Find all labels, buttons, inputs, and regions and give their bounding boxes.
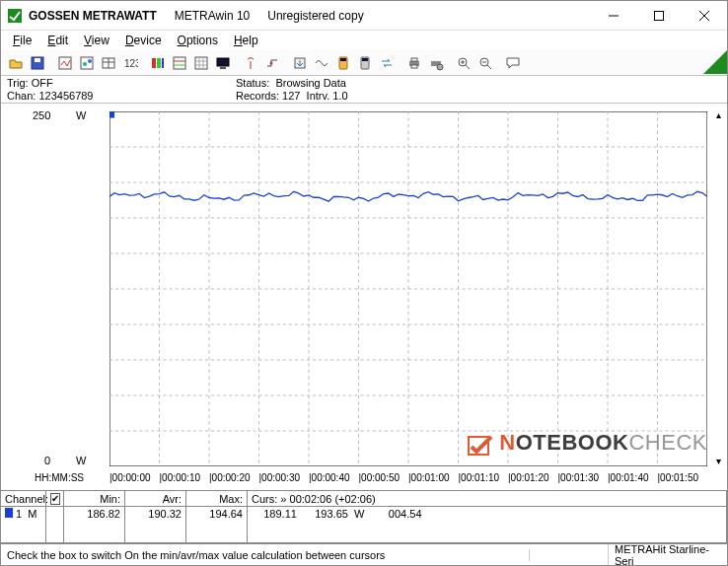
svg-rect-21 bbox=[195, 57, 207, 69]
x-axis: HH:MM:SS |00:00:00|00:00:10|00:00:20|00:… bbox=[35, 472, 707, 486]
transfer-icon[interactable] bbox=[376, 52, 398, 74]
svg-rect-27 bbox=[220, 67, 226, 69]
view-yt-icon[interactable] bbox=[54, 52, 76, 74]
channel-panel: Channel: ✔ Min: Avr: Max: Curs: » 00:02:… bbox=[1, 490, 727, 543]
svg-rect-15 bbox=[152, 58, 156, 68]
y-axis-min: 0 bbox=[44, 455, 50, 466]
scroll-down-icon[interactable]: ▾ bbox=[711, 456, 725, 466]
row-min: 186.82 bbox=[64, 507, 125, 542]
status-label: Status: bbox=[236, 77, 269, 89]
row-ch: 1 M bbox=[1, 507, 46, 542]
row-ch-letter: M bbox=[28, 508, 36, 520]
menu-device[interactable]: Device bbox=[117, 33, 170, 48]
antenna-icon[interactable] bbox=[240, 52, 261, 74]
grid-icon[interactable] bbox=[190, 52, 212, 74]
memory-read-icon[interactable] bbox=[289, 52, 311, 74]
chart-area[interactable]: 250 W 0 W ▴ ▾ HH:MM:SS |00:00:00|00:00:1… bbox=[1, 104, 727, 490]
svg-rect-16 bbox=[157, 58, 161, 68]
records-label: Records: bbox=[236, 90, 279, 102]
svg-line-40 bbox=[466, 65, 470, 69]
hdr-min: Min: bbox=[64, 491, 125, 506]
save-icon[interactable] bbox=[27, 52, 48, 74]
print-setup-icon[interactable] bbox=[425, 52, 447, 74]
hdr-channel: Channel: bbox=[1, 491, 46, 506]
svg-text:123: 123 bbox=[124, 58, 138, 69]
comment-icon[interactable] bbox=[502, 52, 524, 74]
maximize-button[interactable] bbox=[636, 1, 682, 31]
x-tick: |00:01:10 bbox=[459, 472, 509, 486]
zoom-out-icon[interactable] bbox=[474, 52, 496, 74]
wave-icon[interactable] bbox=[311, 52, 332, 74]
y-axis-max: 250 bbox=[33, 109, 50, 121]
menu-file[interactable]: File bbox=[5, 33, 39, 48]
svg-rect-33 bbox=[362, 58, 368, 61]
menu-edit[interactable]: Edit bbox=[39, 33, 76, 48]
x-tick: |00:00:20 bbox=[209, 472, 259, 486]
row-ch-num: 1 bbox=[16, 508, 22, 520]
app-icon bbox=[7, 8, 23, 24]
x-tick: |00:01:00 bbox=[408, 472, 459, 486]
numeric-icon[interactable]: 123 bbox=[119, 52, 141, 74]
svg-rect-6 bbox=[35, 58, 40, 62]
svg-rect-47 bbox=[109, 111, 114, 118]
x-tick: |00:00:10 bbox=[160, 472, 210, 486]
open-icon[interactable] bbox=[5, 52, 27, 74]
device-icon[interactable] bbox=[332, 52, 354, 74]
print-icon[interactable] bbox=[403, 52, 425, 74]
svg-rect-36 bbox=[411, 65, 417, 68]
channel-row[interactable]: 1 M 186.82 190.32 194.64 189.11 193.65 W… bbox=[1, 507, 727, 542]
view-data-icon[interactable] bbox=[98, 52, 119, 74]
toolbar: 123 bbox=[1, 50, 727, 76]
hdr-check[interactable]: ✔ bbox=[46, 491, 64, 506]
hdr-curs: Curs: » 00:02:06 (+02:06) bbox=[248, 491, 727, 506]
titlebar: GOSSEN METRAWATT METRAwin 10 Unregistere… bbox=[1, 1, 727, 31]
monitor-icon[interactable] bbox=[212, 52, 234, 74]
svg-point-38 bbox=[437, 64, 443, 70]
svg-rect-35 bbox=[411, 58, 417, 61]
statusbar: Check the box to switch On the min/avr/m… bbox=[1, 543, 727, 565]
toolbar-corner-icon bbox=[703, 50, 727, 74]
trigger-icon[interactable] bbox=[261, 52, 283, 74]
svg-rect-8 bbox=[81, 57, 93, 69]
title-company: GOSSEN METRAWATT bbox=[29, 9, 157, 23]
status-device: METRAHit Starline-Seri bbox=[609, 543, 727, 567]
row-max: 194.64 bbox=[186, 507, 248, 542]
menu-help[interactable]: Help bbox=[226, 33, 266, 48]
svg-point-9 bbox=[83, 62, 87, 66]
svg-rect-31 bbox=[340, 58, 346, 61]
scroll-up-icon[interactable]: ▴ bbox=[711, 109, 725, 120]
intrv-value: 1.0 bbox=[332, 90, 347, 102]
x-tick: |00:00:30 bbox=[259, 472, 310, 486]
menu-options[interactable]: Options bbox=[170, 33, 226, 48]
records-value: 127 bbox=[282, 90, 300, 102]
title-product: METRAwin 10 bbox=[175, 9, 250, 23]
title-license: Unregistered copy bbox=[267, 9, 363, 23]
chan-value: 123456789 bbox=[38, 90, 93, 102]
svg-rect-2 bbox=[655, 11, 664, 20]
channel-setup-icon[interactable] bbox=[147, 52, 169, 74]
x-tick: |00:01:40 bbox=[608, 472, 658, 486]
svg-rect-18 bbox=[174, 57, 185, 69]
x-tick: |00:01:50 bbox=[658, 472, 708, 486]
info-row: Trig: OFF Chan: 123456789 Status: Browsi… bbox=[1, 76, 727, 104]
svg-rect-0 bbox=[8, 9, 22, 23]
chart-plot bbox=[109, 111, 707, 466]
svg-line-44 bbox=[487, 65, 491, 69]
menu-view[interactable]: View bbox=[76, 33, 117, 48]
hdr-avr: Avr: bbox=[125, 491, 186, 506]
zoom-in-icon[interactable] bbox=[453, 52, 474, 74]
view-xy-icon[interactable] bbox=[76, 52, 98, 74]
channels-icon[interactable] bbox=[169, 52, 190, 74]
svg-point-10 bbox=[88, 59, 92, 63]
menubar: File Edit View Device Options Help bbox=[1, 31, 727, 50]
x-tick: |00:00:00 bbox=[109, 472, 160, 486]
device2-icon[interactable] bbox=[354, 52, 376, 74]
channel-color-swatch bbox=[5, 508, 13, 518]
x-tick: |00:00:50 bbox=[359, 472, 409, 486]
trig-label: Trig: bbox=[7, 77, 29, 89]
minimize-button[interactable] bbox=[591, 1, 636, 31]
y-axis-unit-top: W bbox=[76, 109, 86, 121]
svg-rect-17 bbox=[162, 58, 164, 68]
app-window: GOSSEN METRAWATT METRAwin 10 Unregistere… bbox=[0, 0, 728, 566]
close-button[interactable] bbox=[682, 1, 727, 31]
